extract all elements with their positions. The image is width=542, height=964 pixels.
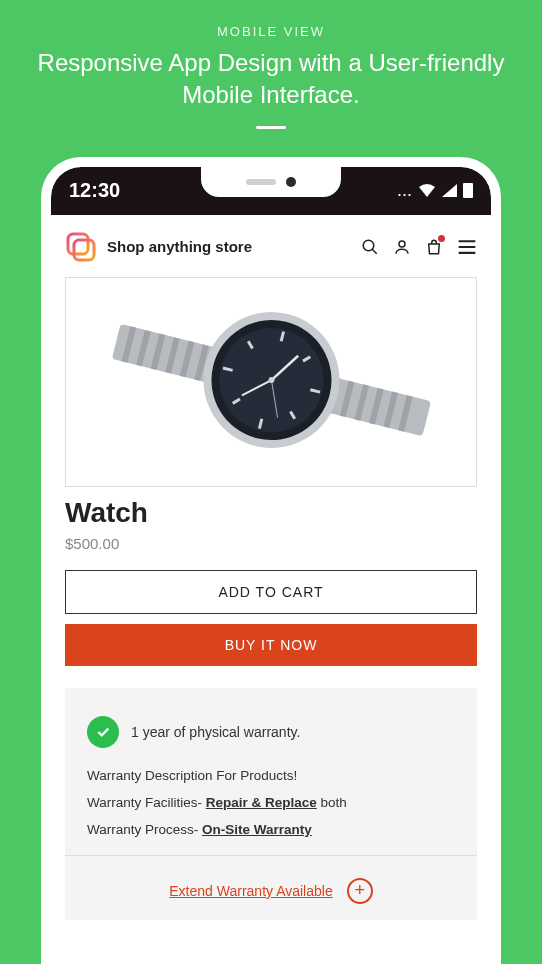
app-header: Shop anything store <box>65 227 477 277</box>
warranty-facilities-label: Warranty Facilities- <box>87 795 206 810</box>
page-title: Responsive App Design with a User-friend… <box>0 47 542 112</box>
warranty-process: Warranty Process- On-Site Warranty <box>87 822 455 837</box>
search-button[interactable] <box>361 238 379 256</box>
signal-icon <box>442 184 457 197</box>
product-name: Watch <box>65 497 477 529</box>
svg-rect-0 <box>68 234 88 254</box>
account-button[interactable] <box>393 238 411 256</box>
search-icon <box>361 238 379 256</box>
cart-badge <box>438 235 445 242</box>
battery-icon <box>463 183 473 198</box>
warranty-facilities-suffix: both <box>317 795 347 810</box>
onsite-warranty-link[interactable]: On-Site Warranty <box>202 822 312 837</box>
check-circle-icon <box>87 716 119 748</box>
brand-name: Shop anything store <box>107 238 252 255</box>
phone-notch <box>201 167 341 197</box>
buy-now-button[interactable]: BUY IT NOW <box>65 624 477 666</box>
status-time: 12:30 <box>69 179 120 202</box>
status-dots: ... <box>397 180 412 201</box>
svg-point-2 <box>363 240 374 251</box>
warranty-headline: 1 year of physical warranty. <box>131 724 300 740</box>
brand[interactable]: Shop anything store <box>65 231 252 263</box>
phone-frame: 12:30 ... Shop anythi <box>41 157 501 964</box>
brand-logo-icon <box>65 231 97 263</box>
divider <box>256 126 286 129</box>
warranty-facilities: Warranty Facilities- Repair & Replace bo… <box>87 795 455 810</box>
product-image[interactable] <box>65 277 477 487</box>
extend-warranty-row[interactable]: Extend Warranty Available + <box>87 856 455 914</box>
svg-line-3 <box>372 249 377 254</box>
watch-illustration <box>91 287 451 477</box>
product-price: $500.00 <box>65 535 477 552</box>
svg-point-4 <box>399 241 405 247</box>
screen: 12:30 ... Shop anythi <box>51 167 491 964</box>
plus-circle-icon: + <box>347 878 373 904</box>
status-bar: 12:30 ... <box>51 167 491 215</box>
warranty-description: Warranty Description For Products! <box>87 768 455 783</box>
extend-warranty-link[interactable]: Extend Warranty Available <box>169 883 332 899</box>
user-icon <box>393 238 411 256</box>
add-to-cart-button[interactable]: ADD TO CART <box>65 570 477 614</box>
hamburger-icon <box>457 239 477 255</box>
speaker-icon <box>246 179 276 185</box>
cart-button[interactable] <box>425 237 443 257</box>
camera-icon <box>286 177 296 187</box>
warranty-process-label: Warranty Process- <box>87 822 202 837</box>
svg-rect-1 <box>74 240 94 260</box>
wifi-icon <box>418 184 436 198</box>
warranty-panel: 1 year of physical warranty. Warranty De… <box>65 688 477 920</box>
repair-replace-link[interactable]: Repair & Replace <box>206 795 317 810</box>
menu-button[interactable] <box>457 239 477 255</box>
page-subtitle: MOBILE VIEW <box>0 24 542 39</box>
